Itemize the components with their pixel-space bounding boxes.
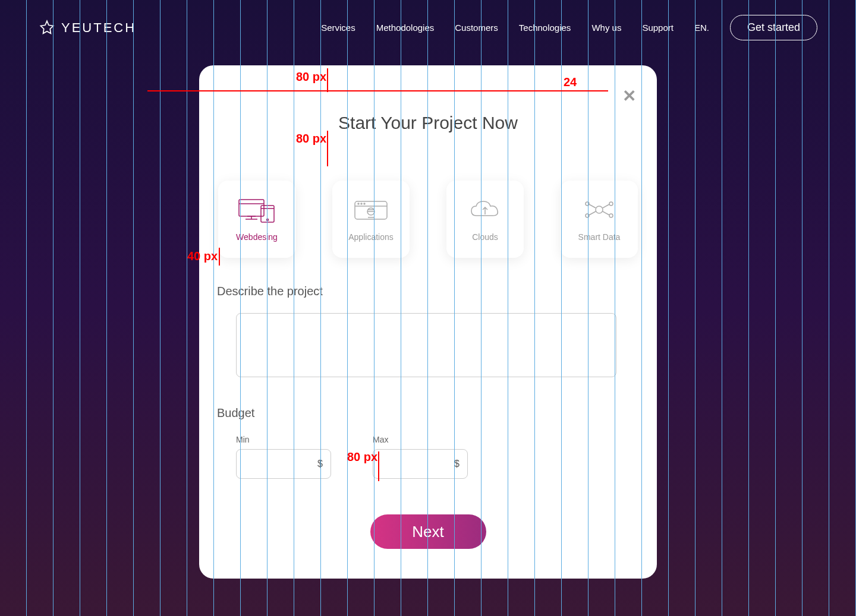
project-modal: ✕ Start Your Project Now Webdesing xyxy=(199,65,657,579)
budget-max-label: Max xyxy=(373,435,468,444)
currency-symbol: $ xyxy=(317,459,323,469)
svg-point-16 xyxy=(586,202,589,206)
svg-point-11 xyxy=(361,203,362,204)
svg-rect-0 xyxy=(239,200,264,216)
category-label: Webdesing xyxy=(236,232,278,242)
svg-point-18 xyxy=(609,202,613,206)
category-applications[interactable]: Applications xyxy=(332,181,410,258)
svg-line-21 xyxy=(589,211,596,215)
nav-methodologies[interactable]: Methodologies xyxy=(376,23,435,33)
nav-why-us[interactable]: Why us xyxy=(591,23,621,33)
nav-support[interactable]: Support xyxy=(642,23,674,33)
category-smart-data[interactable]: Smart Data xyxy=(561,181,638,258)
budget-label: Budget xyxy=(217,406,639,420)
webdesign-icon xyxy=(236,197,278,223)
svg-point-15 xyxy=(596,206,603,213)
budget-min-label: Min xyxy=(236,435,331,444)
next-button[interactable]: Next xyxy=(370,514,486,549)
svg-rect-5 xyxy=(261,206,274,222)
svg-point-12 xyxy=(364,203,365,204)
describe-label: Describe the project xyxy=(217,285,639,298)
budget-min-input[interactable] xyxy=(236,449,331,479)
category-label: Applications xyxy=(348,232,394,242)
header: YEUTECH Services Methodologies Customers… xyxy=(0,0,856,55)
clouds-icon xyxy=(464,197,506,223)
get-started-button[interactable]: Get started xyxy=(730,15,817,40)
nav-customers[interactable]: Customers xyxy=(455,23,498,33)
smart-data-icon xyxy=(578,197,620,223)
budget-section: Budget Min $ Max $ xyxy=(217,406,639,479)
category-label: Smart Data xyxy=(578,232,621,242)
category-clouds[interactable]: Clouds xyxy=(446,181,524,258)
svg-point-10 xyxy=(358,203,359,204)
category-label: Clouds xyxy=(472,232,498,242)
budget-min-group: Min $ xyxy=(236,435,331,479)
budget-max-input[interactable] xyxy=(373,449,468,479)
logo-text: YEUTECH xyxy=(61,20,136,36)
svg-line-20 xyxy=(589,204,596,208)
currency-symbol: $ xyxy=(454,459,460,469)
nav-language[interactable]: EN. xyxy=(694,23,709,33)
svg-line-22 xyxy=(603,204,609,208)
nav-services[interactable]: Services xyxy=(321,23,355,33)
svg-point-19 xyxy=(609,214,613,217)
nav-technologies[interactable]: Technologies xyxy=(519,23,571,33)
budget-inputs: Min $ Max $ xyxy=(236,435,639,479)
close-icon[interactable]: ✕ xyxy=(622,86,636,106)
category-grid: Webdesing Applications xyxy=(217,181,639,258)
logo[interactable]: YEUTECH xyxy=(39,20,136,36)
budget-max-group: Max $ xyxy=(373,435,468,479)
svg-rect-8 xyxy=(355,201,387,219)
main-nav: Services Methodologies Customers Technol… xyxy=(321,15,817,40)
modal-title: Start Your Project Now xyxy=(217,113,639,133)
applications-icon xyxy=(350,197,392,223)
svg-point-17 xyxy=(586,214,589,217)
category-webdesign[interactable]: Webdesing xyxy=(218,181,295,258)
logo-star-icon xyxy=(39,20,55,36)
svg-point-7 xyxy=(267,219,269,221)
project-description-input[interactable] xyxy=(236,313,616,377)
svg-line-23 xyxy=(603,211,609,215)
